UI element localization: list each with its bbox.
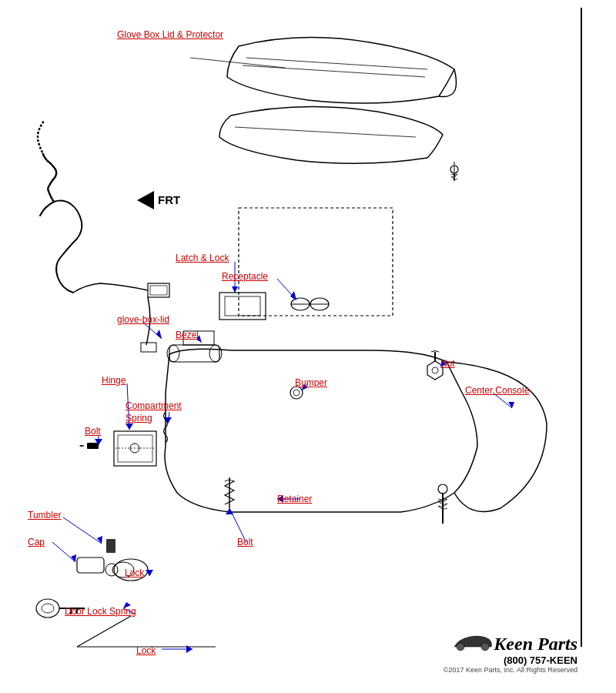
logo-brand: Keen Parts	[444, 634, 578, 654]
svg-point-38	[290, 387, 303, 399]
label-bezel[interactable]: Bezel	[176, 330, 199, 340]
label-lock-top[interactable]: Lock	[125, 567, 144, 578]
svg-point-31	[42, 604, 54, 613]
svg-point-16	[209, 345, 222, 362]
svg-marker-54	[126, 424, 133, 430]
label-compartment-spring[interactable]: CompartmentSpring	[126, 400, 182, 424]
svg-marker-48	[290, 291, 296, 300]
label-retainer[interactable]: Retainer	[277, 494, 312, 504]
label-bolt-top[interactable]: Bolt	[85, 426, 101, 437]
label-bolt-bottom[interactable]: Bolt	[237, 537, 253, 547]
diagram-container: FRT Glove Box Lid & Protector glove-box-…	[0, 0, 616, 693]
label-switch[interactable]: glove-box-lid	[117, 314, 169, 325]
label-receptacle[interactable]: Receptacle	[222, 271, 268, 282]
svg-line-65	[63, 517, 102, 544]
svg-rect-25	[87, 443, 99, 449]
label-cap[interactable]: Cap	[28, 537, 45, 547]
svg-rect-21	[114, 431, 156, 466]
svg-marker-50	[156, 330, 162, 339]
svg-marker-68	[71, 554, 76, 562]
label-center-console[interactable]: Center Console	[465, 385, 529, 396]
logo-copyright: ©2017 Keen Parts, Inc. All Rights Reserv…	[444, 666, 578, 674]
svg-point-30	[36, 599, 59, 618]
logo-phone: (800) 757-KEEN	[444, 654, 578, 666]
svg-point-39	[293, 390, 300, 396]
svg-point-44	[438, 484, 447, 494]
label-door-lock-spring[interactable]: Door Lock Spring	[65, 606, 136, 617]
svg-rect-22	[118, 435, 152, 462]
svg-rect-10	[225, 296, 260, 316]
svg-marker-79	[137, 191, 154, 209]
label-latch-lock[interactable]: Latch & Lock	[176, 253, 229, 263]
svg-rect-20	[141, 343, 156, 352]
label-bumper[interactable]: Bumper	[295, 377, 327, 388]
svg-point-41	[432, 367, 438, 373]
svg-line-3	[235, 127, 416, 137]
label-glove-box[interactable]: Glove Box Lid & Protector	[117, 29, 223, 42]
svg-line-36	[77, 616, 131, 647]
svg-text:FRT: FRT	[158, 193, 180, 206]
svg-rect-29	[77, 557, 104, 573]
svg-rect-14	[169, 345, 219, 362]
svg-rect-19	[150, 286, 167, 295]
label-hinge[interactable]: Hinge	[102, 375, 126, 386]
label-lock-bottom[interactable]: Lock	[136, 645, 156, 656]
label-nut[interactable]: Nut	[440, 358, 455, 369]
logo-area: Keen Parts (800) 757-KEEN ©2017 Keen Par…	[444, 634, 578, 674]
svg-point-28	[105, 564, 118, 576]
svg-marker-46	[232, 286, 238, 293]
label-tumbler[interactable]: Tumbler	[28, 510, 62, 521]
svg-rect-35	[106, 539, 116, 553]
svg-line-67	[52, 542, 75, 562]
svg-rect-8	[239, 208, 393, 316]
